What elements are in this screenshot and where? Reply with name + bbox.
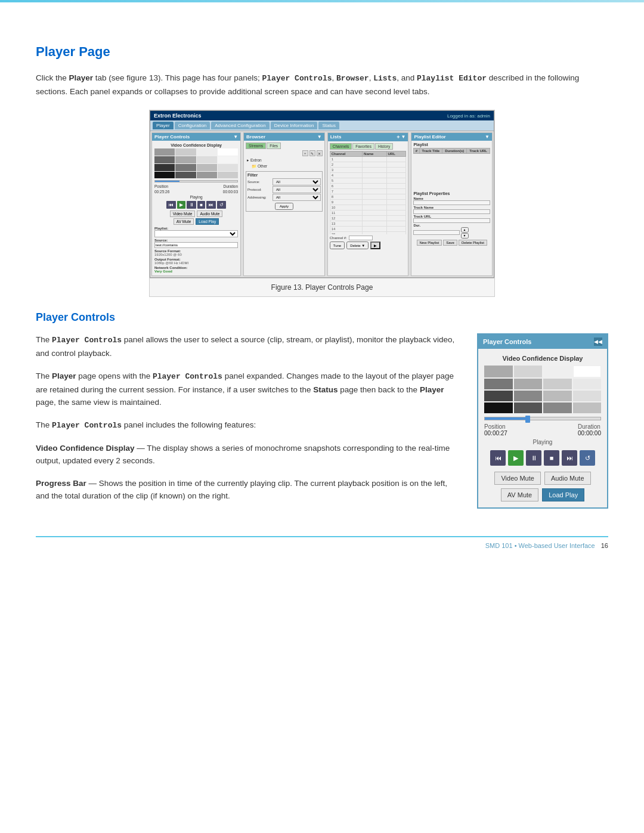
mini-reload-btn[interactable]: ↺ <box>217 201 226 209</box>
mini-channels-tab[interactable]: Channels <box>330 143 352 150</box>
mini-favorites-tab[interactable]: Favorites <box>352 143 374 150</box>
mini-ch-url <box>386 157 406 162</box>
mini-pl-dur-down[interactable]: ▼ <box>461 233 469 239</box>
mini-save-btn[interactable]: Save <box>443 240 457 246</box>
mini-channel-row[interactable]: 8 <box>330 194 406 200</box>
vcd-sq-15 <box>543 402 572 413</box>
mini-streams-tab[interactable]: Streams <box>246 143 266 149</box>
extron-login-status: Logged in as: admin <box>447 113 490 119</box>
mini-pl-track-url-input[interactable] <box>413 218 490 223</box>
mini-channel-row[interactable]: 9 <box>330 200 406 205</box>
mini-channel-row[interactable]: 4 <box>330 173 406 178</box>
mini-history-tab[interactable]: History <box>375 143 393 150</box>
mini-pl-track-name-input[interactable] <box>413 209 490 214</box>
mini-channel-row[interactable]: 13 <box>330 221 406 227</box>
tab-player[interactable]: Player <box>153 122 174 129</box>
audio-mute-button[interactable]: Audio Mute <box>544 472 591 485</box>
mini-panel-collapse-browser[interactable]: ▼ <box>317 134 322 140</box>
mini-pl-dur-input[interactable] <box>413 230 459 235</box>
mini-channel-num-input[interactable] <box>349 236 373 240</box>
mini-pl-dur-row: ▲ ▼ <box>413 227 490 239</box>
mini-av-mute-btn[interactable]: AV Mute <box>174 218 194 225</box>
mini-stop-btn[interactable]: ■ <box>197 201 205 209</box>
mini-channel-row[interactable]: 2 <box>330 162 406 168</box>
mini-channel-row[interactable]: 3 <box>330 168 406 173</box>
vcd-cell-8 <box>218 156 238 163</box>
load-play-button[interactable]: Load Play <box>542 488 584 501</box>
mini-lists-add-btn[interactable]: + <box>397 134 400 140</box>
mini-channel-row[interactable]: 1 <box>330 157 406 162</box>
feature-progress-title: Progress Bar <box>36 479 86 488</box>
transport-row: ⏮ ▶ ⏸ ■ ⏭ ↺ <box>484 450 601 466</box>
mini-channel-row[interactable]: 5 <box>330 178 406 184</box>
mini-delete-btn[interactable]: Delete ▼ <box>346 241 369 249</box>
mini-panel-collapse-lists[interactable]: ▼ <box>401 134 405 140</box>
tab-advanced[interactable]: Advanced Configuration <box>211 122 269 129</box>
mini-filter-source-select[interactable]: All <box>273 178 321 185</box>
video-mute-button[interactable]: Video Mute <box>494 472 540 485</box>
mini-pl-name-input[interactable] <box>413 200 490 205</box>
vcd-cell-5 <box>154 156 175 163</box>
mini-source-input[interactable] <box>154 242 238 248</box>
mini-playlist-select[interactable] <box>154 230 238 237</box>
play-button[interactable]: ▶ <box>508 450 524 466</box>
mini-filter-apply-btn[interactable]: Apply <box>275 203 293 210</box>
tab-device-info[interactable]: Device Information <box>271 122 318 129</box>
mini-browser-icon-3[interactable]: ✕ <box>317 150 323 156</box>
mini-panel-collapse-player[interactable]: ▼ <box>233 134 238 140</box>
mini-browser-icon-1[interactable]: + <box>302 150 308 156</box>
skip-back-button[interactable]: ⏮ <box>490 450 506 466</box>
mini-ch-num: 15 <box>330 232 362 235</box>
skip-forward-button[interactable]: ⏭ <box>562 450 577 466</box>
mini-channel-row[interactable]: 7 <box>330 189 406 194</box>
mini-pl-dur-up[interactable]: ▲ <box>461 227 469 233</box>
mini-channel-num-label: Channel #: <box>330 236 347 240</box>
mini-load-play-btn[interactable]: Load Play <box>196 218 219 225</box>
mini-play-btn[interactable]: ▶ <box>177 201 185 209</box>
mini-channel-row[interactable]: 6 <box>330 184 406 189</box>
mini-ch-action-btn[interactable]: ▶ <box>370 241 380 249</box>
mini-ch-url <box>386 216 406 221</box>
mini-filter-protocol-select[interactable]: All <box>273 186 321 193</box>
mini-pause-btn[interactable]: ⏸ <box>187 201 196 209</box>
mini-ch-name <box>363 157 386 162</box>
mini-filter-addressing-select[interactable]: All <box>273 194 321 201</box>
vcd-sq-8 <box>573 379 602 389</box>
mini-panel-collapse-playlist[interactable]: ▼ <box>485 134 490 140</box>
mini-channel-row[interactable]: 11 <box>330 210 406 216</box>
mini-channel-row[interactable]: 14 <box>330 227 406 232</box>
duration-group: Duration 00:00:00 <box>578 423 601 436</box>
mini-filter-section: Filter Source: All Protocol: All <box>246 171 323 212</box>
mini-channel-row[interactable]: 12 <box>330 216 406 221</box>
tab-status[interactable]: Status <box>318 122 339 129</box>
mini-audio-mute-btn[interactable]: Audio Mute <box>197 210 222 217</box>
widget-collapse-button[interactable]: ◀◀ <box>594 337 602 346</box>
widget-header: Player Controls ◀◀ <box>478 335 607 349</box>
mini-progress-bar[interactable] <box>154 180 238 182</box>
progress-bar[interactable] <box>484 417 601 420</box>
stop-button[interactable]: ■ <box>544 450 559 466</box>
mini-delete-playlist-btn[interactable]: Delete Playlist <box>459 240 487 246</box>
mini-skip-fwd-btn[interactable]: ⏭ <box>206 201 216 209</box>
para2-player-ref2: Player <box>420 385 444 394</box>
av-mute-button[interactable]: AV Mute <box>501 488 538 501</box>
vcd-cell-3 <box>197 148 217 156</box>
mini-tune-btn[interactable]: Tune <box>330 241 345 249</box>
vcd-sq-14 <box>514 402 543 413</box>
mini-skip-back-btn[interactable]: ⏮ <box>166 201 176 209</box>
mini-files-tab[interactable]: Files <box>267 143 281 149</box>
mini-progress-fill <box>155 181 179 182</box>
reload-button[interactable]: ↺ <box>580 450 595 466</box>
mini-new-playlist-btn[interactable]: New Playlist <box>417 240 442 246</box>
pause-button[interactable]: ⏸ <box>526 450 541 466</box>
mini-player-controls-header: Player Controls ▼ <box>152 133 240 141</box>
mini-filter-protocol-label: Protocol: <box>247 188 271 191</box>
vcd-sq-16 <box>573 402 602 413</box>
mini-browser-icon-2[interactable]: ✎ <box>309 150 315 156</box>
mini-channel-row[interactable]: 10 <box>330 205 406 210</box>
mini-ch-name <box>363 205 386 210</box>
mini-position-label: Position <box>154 184 168 188</box>
mini-channel-row[interactable]: 15 <box>330 232 406 235</box>
mini-video-mute-btn[interactable]: Video Mute <box>170 210 196 217</box>
tab-configuration[interactable]: Configuration <box>175 122 210 129</box>
